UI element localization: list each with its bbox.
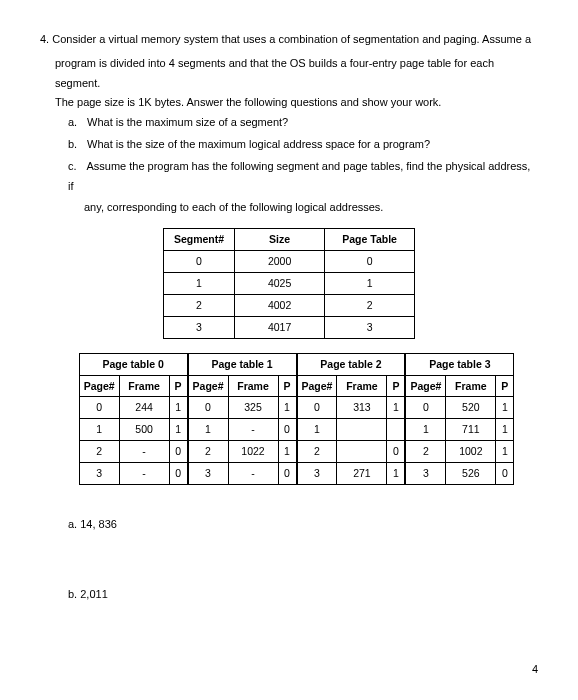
sub-q-letter-a: a.: [68, 113, 84, 133]
table-row: 2 4002 2: [163, 294, 414, 316]
pt-cell: 520: [446, 397, 496, 419]
seg-cell: 2: [325, 294, 415, 316]
seg-cell: 2: [163, 294, 234, 316]
seg-cell: 0: [163, 251, 234, 273]
table-row: 0 2000 0: [163, 251, 414, 273]
pt-cell: 244: [119, 397, 169, 419]
table-row: Segment# Size Page Table: [163, 229, 414, 251]
pt-cell: -: [119, 441, 169, 463]
pt-cell: 0: [169, 463, 187, 485]
pt-header: Page#: [188, 375, 228, 397]
table-row: 2-0: [79, 441, 187, 463]
page-table-1: Page table 1Page#FrameP032511-02102213-0: [188, 353, 297, 485]
answer-b-text: 2,011: [80, 588, 108, 600]
question-number: 4.: [40, 33, 49, 45]
answer-b: b. 2,011: [68, 585, 538, 605]
pt-cell: 526: [446, 463, 496, 485]
pt-cell: 0: [387, 441, 405, 463]
question-line-2: program is divided into 4 segments and t…: [55, 54, 538, 94]
seg-cell: 1: [163, 272, 234, 294]
question-line-3: The page size is 1K bytes. Answer the fo…: [55, 93, 538, 113]
pt-cell: 1: [278, 441, 296, 463]
table-row: Page table 3: [406, 353, 514, 375]
pt-header: Page#: [406, 375, 446, 397]
pt-title: Page table 0: [79, 353, 187, 375]
pt-cell: [337, 441, 387, 463]
table-row: 05201: [406, 397, 514, 419]
pt-cell: 3: [79, 463, 119, 485]
seg-cell: 2000: [235, 251, 325, 273]
pt-cell: 1: [297, 419, 337, 441]
pt-cell: 1: [387, 397, 405, 419]
table-row: 3-0: [79, 463, 187, 485]
pt-header: Page#: [297, 375, 337, 397]
pt-header: Frame: [119, 375, 169, 397]
pt-cell: 3: [297, 463, 337, 485]
pt-cell: 1: [496, 441, 514, 463]
pt-cell: [387, 419, 405, 441]
pt-cell: 3: [406, 463, 446, 485]
answer-a-letter: a.: [68, 518, 77, 530]
sub-q-text-b: What is the size of the maximum logical …: [87, 138, 430, 150]
sub-question-c: c. Assume the program has the following …: [68, 157, 538, 197]
pt-header: Page#: [79, 375, 119, 397]
sub-q-text-a: What is the maximum size of a segment?: [87, 116, 288, 128]
pt-cell: 1: [169, 419, 187, 441]
pt-cell: 2: [79, 441, 119, 463]
sub-q-letter-b: b.: [68, 135, 84, 155]
table-row: 210021: [406, 441, 514, 463]
answer-a: a. 14, 836: [68, 515, 538, 535]
table-row: 210221: [188, 441, 296, 463]
table-row: 02441: [79, 397, 187, 419]
pt-cell: 1: [278, 397, 296, 419]
pt-cell: 0: [79, 397, 119, 419]
pt-header: P: [169, 375, 187, 397]
pt-header: P: [387, 375, 405, 397]
pt-header: Frame: [446, 375, 496, 397]
pt-title: Page table 1: [188, 353, 296, 375]
table-row: Page#FrameP: [406, 375, 514, 397]
pt-cell: -: [228, 419, 278, 441]
table-row: 35260: [406, 463, 514, 485]
seg-cell: 4025: [235, 272, 325, 294]
table-row: Page#FrameP: [188, 375, 296, 397]
table-row: 1: [297, 419, 405, 441]
sub-q-letter-c: c.: [68, 157, 84, 177]
pt-cell: 313: [337, 397, 387, 419]
table-row: 03131: [297, 397, 405, 419]
page-tables-wrap: Page table 0Page#FrameP02441150012-03-0P…: [55, 353, 538, 485]
seg-cell: 0: [325, 251, 415, 273]
pt-header: Frame: [228, 375, 278, 397]
pt-cell: [337, 419, 387, 441]
table-row: Page table 0: [79, 353, 187, 375]
pt-cell: 1: [188, 419, 228, 441]
pt-cell: 0: [496, 463, 514, 485]
seg-cell: 4002: [235, 294, 325, 316]
table-row: 03251: [188, 397, 296, 419]
pt-cell: 0: [297, 397, 337, 419]
segment-table-wrap: Segment# Size Page Table 0 2000 0 1 4025…: [40, 228, 538, 338]
table-row: 3 4017 3: [163, 316, 414, 338]
pt-cell: 271: [337, 463, 387, 485]
page-table-0: Page table 0Page#FrameP02441150012-03-0: [79, 353, 188, 485]
pt-cell: 2: [188, 441, 228, 463]
pt-cell: 1: [406, 419, 446, 441]
seg-cell: 3: [325, 316, 415, 338]
pt-cell: 3: [188, 463, 228, 485]
pt-cell: 0: [278, 463, 296, 485]
pt-cell: -: [119, 463, 169, 485]
seg-cell: 3: [163, 316, 234, 338]
seg-cell: 1: [325, 272, 415, 294]
table-row: Page#FrameP: [79, 375, 187, 397]
table-row: 1 4025 1: [163, 272, 414, 294]
pt-cell: 1: [387, 463, 405, 485]
pt-title: Page table 2: [297, 353, 405, 375]
pt-cell: 1: [169, 397, 187, 419]
question-line-1: 4. Consider a virtual memory system that…: [40, 30, 538, 50]
pt-title: Page table 3: [406, 353, 514, 375]
table-row: 32711: [297, 463, 405, 485]
page-table-2: Page table 2Page#FrameP0313112032711: [297, 353, 406, 485]
pt-cell: 0: [278, 419, 296, 441]
pt-header: P: [496, 375, 514, 397]
pt-cell: 1: [496, 419, 514, 441]
